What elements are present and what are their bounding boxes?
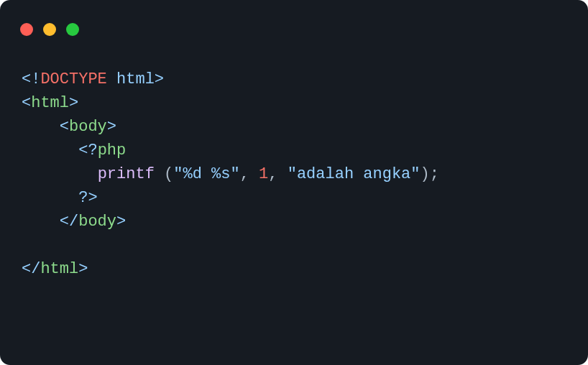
punct: </ bbox=[22, 260, 40, 278]
punct: > bbox=[69, 94, 78, 112]
paren: ( bbox=[164, 165, 173, 183]
paren: ) bbox=[421, 165, 430, 183]
code-line-8: </html> bbox=[22, 260, 88, 278]
punct: < bbox=[60, 118, 69, 136]
punct: </ bbox=[60, 213, 78, 231]
code-window: <!DOCTYPE html> <html> <body> <?php prin… bbox=[0, 0, 588, 365]
window-titlebar bbox=[0, 0, 588, 42]
string-literal: "%d %s" bbox=[173, 165, 239, 183]
php-keyword: php bbox=[98, 142, 127, 160]
tag: html bbox=[40, 260, 78, 278]
code-line-4: <?php bbox=[22, 142, 126, 160]
minimize-icon[interactable] bbox=[43, 23, 56, 36]
punct: > bbox=[155, 70, 164, 88]
code-line-6: ?> bbox=[22, 189, 98, 207]
php-close: ?> bbox=[78, 189, 97, 207]
number-literal: 1 bbox=[259, 165, 268, 183]
punct: > bbox=[78, 260, 88, 278]
code-line-7: </body> bbox=[22, 213, 126, 231]
punct: > bbox=[116, 213, 126, 231]
zoom-icon[interactable] bbox=[66, 23, 79, 36]
string-literal: "adalah angka" bbox=[288, 165, 421, 183]
tag: html bbox=[31, 94, 69, 112]
semicolon: ; bbox=[430, 165, 439, 183]
php-open: <? bbox=[78, 142, 97, 160]
code-line-3: <body> bbox=[22, 118, 116, 136]
punct: < bbox=[22, 94, 31, 112]
tag: body bbox=[69, 118, 107, 136]
tag: body bbox=[78, 213, 116, 231]
doctype-keyword: DOCTYPE bbox=[40, 70, 106, 88]
close-icon[interactable] bbox=[20, 23, 33, 36]
code-line-5: printf ("%d %s", 1, "adalah angka"); bbox=[22, 165, 439, 183]
comma: , bbox=[240, 165, 259, 183]
code-line-2: <html> bbox=[22, 94, 78, 112]
doctype-name: html bbox=[107, 70, 155, 88]
punct: <! bbox=[22, 70, 40, 88]
code-editor: <!DOCTYPE html> <html> <body> <?php prin… bbox=[0, 42, 588, 281]
function-name: printf bbox=[98, 165, 155, 183]
punct: > bbox=[107, 118, 116, 136]
code-line-1: <!DOCTYPE html> bbox=[22, 70, 164, 88]
comma: , bbox=[268, 165, 287, 183]
